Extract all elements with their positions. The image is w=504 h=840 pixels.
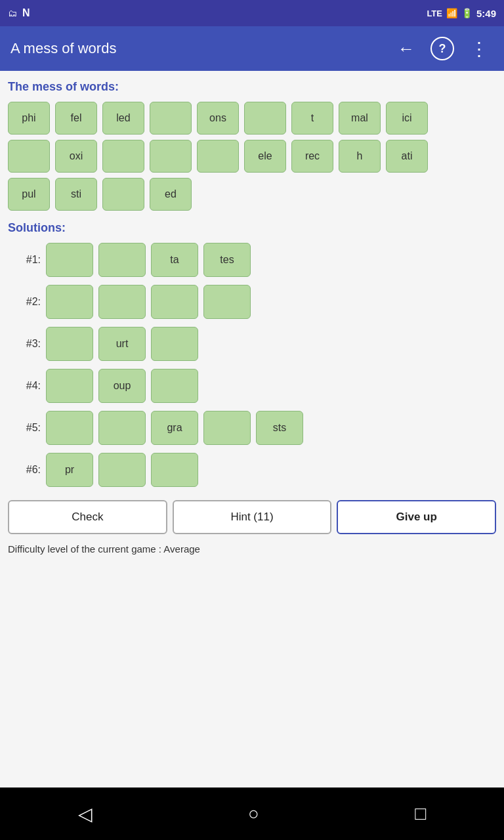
solution-row-6: #6: pr — [8, 453, 496, 487]
solution-row-2: #2: — [8, 285, 496, 319]
mess-section-title: The mess of words: — [8, 80, 496, 94]
tile-sti[interactable]: sti — [55, 178, 97, 211]
sol-2-tile-4[interactable] — [203, 285, 251, 319]
tiles-row-3: pul sti ed — [8, 178, 496, 211]
tile-empty-3[interactable] — [8, 140, 50, 173]
tile-ele[interactable]: ele — [244, 140, 286, 173]
tile-empty-7[interactable] — [102, 178, 144, 211]
tiles-row-2: oxi ele rec h ati — [8, 140, 496, 173]
tile-led[interactable]: led — [102, 102, 144, 135]
main-content: The mess of words: phi fel led ons t mal… — [0, 71, 504, 788]
solution-tiles-3: urt — [46, 327, 198, 361]
tile-t[interactable]: t — [291, 102, 333, 135]
solutions-section: Solutions: #1: ta tes #2: #3: — [8, 221, 496, 487]
solution-label-4: #4: — [8, 380, 41, 392]
give-up-button[interactable]: Give up — [337, 500, 496, 534]
home-nav-icon[interactable]: ○ — [248, 803, 259, 824]
sol-1-tile-ta[interactable]: ta — [151, 243, 198, 277]
solution-row-3: #3: urt — [8, 327, 496, 361]
tiles-row-1: phi fel led ons t mal ici — [8, 102, 496, 135]
sol-5-tile-1[interactable] — [46, 411, 93, 445]
action-buttons: Check Hint (11) Give up — [8, 500, 496, 534]
hint-button[interactable]: Hint (11) — [173, 500, 332, 534]
tile-ons[interactable]: ons — [197, 102, 239, 135]
lte-icon: LTE — [427, 9, 442, 18]
sol-1-tile-2[interactable] — [98, 243, 146, 277]
signal-icon: 📶 — [446, 8, 457, 18]
tile-phi[interactable]: phi — [8, 102, 50, 135]
solution-label-5: #5: — [8, 422, 41, 434]
solution-label-2: #2: — [8, 296, 41, 308]
recents-nav-icon[interactable]: □ — [415, 803, 426, 824]
tile-empty-4[interactable] — [102, 140, 144, 173]
status-bar: 🗂 N LTE 📶 🔋 5:49 — [0, 0, 504, 26]
tile-mal[interactable]: mal — [339, 102, 381, 135]
sol-5-tile-2[interactable] — [98, 411, 146, 445]
sol-5-tile-gra[interactable]: gra — [151, 411, 198, 445]
sol-2-tile-2[interactable] — [98, 285, 146, 319]
sol-1-tile-tes[interactable]: tes — [203, 243, 251, 277]
tile-fel[interactable]: fel — [55, 102, 97, 135]
sol-4-tile-1[interactable] — [46, 369, 93, 403]
sol-5-tile-sts[interactable]: sts — [256, 411, 303, 445]
solution-tiles-2 — [46, 285, 251, 319]
back-nav-icon[interactable]: ◁ — [78, 803, 93, 825]
battery-icon: 🔋 — [461, 8, 472, 18]
sd-card-icon: 🗂 — [8, 8, 17, 18]
check-button[interactable]: Check — [8, 500, 167, 534]
help-button[interactable]: ? — [430, 37, 454, 60]
n-icon: N — [22, 7, 30, 19]
tile-h[interactable]: h — [339, 140, 381, 173]
solution-label-3: #3: — [8, 338, 41, 350]
sol-6-tile-pr[interactable]: pr — [46, 453, 93, 487]
solution-tiles-6: pr — [46, 453, 198, 487]
sol-4-tile-3[interactable] — [151, 369, 198, 403]
tile-empty-1[interactable] — [150, 102, 192, 135]
solution-row-4: #4: oup — [8, 369, 496, 403]
sol-6-tile-2[interactable] — [98, 453, 146, 487]
tile-empty-2[interactable] — [244, 102, 286, 135]
solution-label-1: #1: — [8, 254, 41, 266]
tile-pul[interactable]: pul — [8, 178, 50, 211]
solution-tiles-1: ta tes — [46, 243, 251, 277]
app-bar: A mess of words ← ? ⋮ — [0, 26, 504, 71]
back-button[interactable]: ← — [392, 33, 420, 64]
tile-ati[interactable]: ati — [386, 140, 428, 173]
sol-3-tile-3[interactable] — [151, 327, 198, 361]
more-menu-button[interactable]: ⋮ — [465, 33, 494, 65]
solution-label-6: #6: — [8, 464, 41, 476]
sol-1-tile-1[interactable] — [46, 243, 93, 277]
solutions-title: Solutions: — [8, 221, 496, 235]
status-time: 5:49 — [476, 8, 496, 19]
tile-empty-5[interactable] — [150, 140, 192, 173]
solution-tiles-5: gra sts — [46, 411, 303, 445]
tile-ed[interactable]: ed — [150, 178, 192, 211]
sol-6-tile-3[interactable] — [151, 453, 198, 487]
sol-2-tile-3[interactable] — [151, 285, 198, 319]
solution-row-1: #1: ta tes — [8, 243, 496, 277]
tile-empty-6[interactable] — [197, 140, 239, 173]
difficulty-text: Difficulty level of the current game : A… — [8, 543, 496, 555]
tile-ici[interactable]: ici — [386, 102, 428, 135]
sol-3-tile-1[interactable] — [46, 327, 93, 361]
solution-row-5: #5: gra sts — [8, 411, 496, 445]
sol-4-tile-oup[interactable]: oup — [98, 369, 146, 403]
tile-oxi[interactable]: oxi — [55, 140, 97, 173]
solution-tiles-4: oup — [46, 369, 198, 403]
tile-rec[interactable]: rec — [291, 140, 333, 173]
sol-2-tile-1[interactable] — [46, 285, 93, 319]
sol-3-tile-urt[interactable]: urt — [98, 327, 146, 361]
sol-5-tile-4[interactable] — [203, 411, 251, 445]
app-bar-title: A mess of words — [10, 40, 382, 57]
bottom-nav: ◁ ○ □ — [0, 788, 504, 840]
